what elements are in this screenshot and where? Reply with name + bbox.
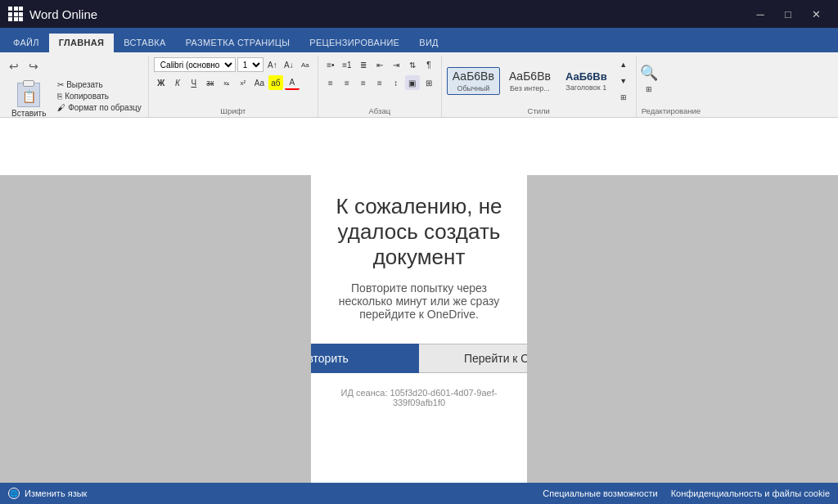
line-spacing-button[interactable]: ↕ (389, 75, 403, 90)
styles-scroll: ▲ ▼ ⊞ (616, 57, 631, 105)
accessibility-link[interactable]: Специальные возможности (543, 488, 657, 498)
superscript-button[interactable]: x² (236, 75, 250, 90)
underline-button[interactable]: Ч (187, 75, 201, 90)
style-no-spacing-preview: АаБ6Вв (509, 70, 551, 83)
bullets-button[interactable]: ≡• (323, 57, 338, 72)
titlebar: Word Online ─ □ ✕ (0, 0, 838, 28)
paste-icon: 📋 (17, 83, 40, 107)
subscript-button[interactable]: x₂ (219, 75, 234, 90)
clipboard-clip (23, 80, 34, 87)
paragraph-label: Абзац (323, 105, 436, 117)
language-icon: 🌐 (8, 488, 20, 499)
error-subtitle: Повторите попытку через несколько минут … (336, 281, 502, 321)
styles-expand-button[interactable]: ⊞ (616, 90, 631, 105)
tab-insert[interactable]: ВСТАВКА (114, 34, 175, 52)
app-title: Word Online (29, 7, 97, 21)
justify-button[interactable]: ≡ (372, 75, 387, 90)
font-name-row: Calibri (основно... 11 A↑ A↓ Aa (154, 57, 313, 72)
editing-label: Редактирование (642, 105, 701, 117)
text-effects-button[interactable]: Аа (252, 75, 267, 90)
font-shrink-button[interactable]: A↓ (282, 57, 296, 72)
style-no-spacing-label: Без интер... (510, 84, 550, 92)
clear-format-button[interactable]: Aa (298, 57, 313, 72)
main-area: К сожалению, не удалось создать документ… (0, 118, 838, 483)
style-no-spacing[interactable]: АаБ6Вв Без интер... (503, 67, 556, 95)
show-marks-button[interactable]: ¶ (421, 57, 436, 72)
paste-button[interactable]: 📋 Вставить (5, 78, 52, 122)
paragraph-align-row: ≡ ≡ ≡ ≡ ↕ ▣ ⊞ (323, 75, 436, 90)
paragraph-list-row: ≡• ≡1 ≣ ⇤ ⇥ ⇅ ¶ (323, 57, 436, 72)
maximize-button[interactable]: □ (774, 0, 802, 28)
font-label: Шрифт (154, 105, 313, 117)
doc-right-margin (527, 118, 838, 483)
app-grid-icon (8, 7, 23, 21)
cut-button[interactable]: ✂ Вырезать (54, 79, 144, 90)
group-editing: 🔍 ⊞ Редактирование (637, 56, 705, 117)
minimize-button[interactable]: ─ (746, 0, 774, 28)
status-right: Специальные возможности Конфиденциальнос… (543, 488, 830, 498)
error-title: К сожалению, не удалось создать документ (336, 194, 502, 270)
numbering-button[interactable]: ≡1 (340, 57, 354, 72)
align-center-button[interactable]: ≡ (340, 75, 354, 90)
styles-down-button[interactable]: ▼ (616, 74, 631, 88)
font-name-select[interactable]: Calibri (основно... (154, 57, 236, 72)
doc-left-margin (0, 118, 311, 483)
group-paragraph: ≡• ≡1 ≣ ⇤ ⇥ ⇅ ¶ ≡ ≡ ≡ ≡ ↕ ▣ ⊞ Абзац (318, 56, 442, 117)
windows-grid-icon[interactable]: Word Online (8, 7, 97, 21)
tab-layout[interactable]: РАЗМЕТКА СТРАНИЦЫ (176, 34, 300, 52)
strikethrough-button[interactable]: зк (203, 75, 218, 90)
redo-button[interactable]: ↪ (25, 57, 43, 75)
window-controls: ─ □ ✕ (746, 0, 830, 28)
font-size-select[interactable]: 11 (237, 57, 264, 72)
tab-review[interactable]: РЕЦЕНЗИРОВАНИЕ (300, 34, 409, 52)
paste-label: Вставить (11, 109, 46, 118)
language-label[interactable]: Изменить язык (25, 488, 87, 498)
styles-up-button[interactable]: ▲ (616, 57, 631, 72)
find-button[interactable]: 🔍 (642, 65, 656, 80)
style-normal-preview: АаБ6Вв (453, 70, 494, 83)
error-dialog-container: К сожалению, не удалось создать документ… (311, 118, 527, 483)
styles-label: Стили (447, 105, 631, 117)
sort-button[interactable]: ⇅ (405, 57, 420, 72)
style-heading1-preview: АаБ6Вв (565, 70, 607, 83)
group-styles: АаБ6Вв Обычный АаБ6Вв Без интер... АаБ6В… (442, 56, 637, 117)
tab-file[interactable]: ФАЙЛ (3, 34, 49, 52)
statusbar: 🌐 Изменить язык Специальные возможности … (0, 483, 838, 504)
decrease-indent-button[interactable]: ⇤ (372, 57, 387, 72)
style-heading1-label: Заголовок 1 (565, 83, 606, 92)
align-right-button[interactable]: ≡ (356, 75, 371, 90)
doc-page-top-left (0, 118, 311, 175)
font-color-button[interactable]: А (285, 75, 300, 90)
bold-button[interactable]: Ж (154, 75, 169, 90)
tab-home[interactable]: ГЛАВНАЯ (49, 34, 114, 52)
undo-button[interactable]: ↩ (5, 57, 23, 75)
editing-expand-button[interactable]: ⊞ (642, 82, 656, 97)
increase-indent-button[interactable]: ⇥ (389, 57, 403, 72)
session-id: ИД сеанса: 105f3d20-d601-4d07-9aef-339f0… (336, 388, 502, 407)
highlight-button[interactable]: аб (268, 75, 283, 90)
format-painter-button[interactable]: 🖌 Формат по образцу (54, 102, 144, 113)
multilevel-list-button[interactable]: ≣ (356, 57, 371, 72)
group-font: Calibri (основно... 11 A↑ A↓ Aa Ж К Ч зк… (149, 56, 318, 117)
doc-page-top-right (527, 118, 838, 175)
font-format-row: Ж К Ч зк x₂ x² Аа аб А (154, 75, 300, 90)
borders-button[interactable]: ⊞ (421, 75, 436, 90)
shading-button[interactable]: ▣ (405, 75, 420, 90)
status-left: 🌐 Изменить язык (8, 488, 87, 499)
ribbon-tabs: ФАЙЛ ГЛАВНАЯ ВСТАВКА РАЗМЕТКА СТРАНИЦЫ Р… (0, 28, 838, 52)
copy-button[interactable]: ⎘ Копировать (54, 91, 144, 101)
font-grow-button[interactable]: A↑ (265, 57, 280, 72)
style-heading1[interactable]: АаБ6Вв Заголовок 1 (560, 68, 613, 95)
tab-view[interactable]: ВИД (409, 34, 448, 52)
align-left-button[interactable]: ≡ (323, 75, 338, 90)
ribbon-toolbar: ↩ ↪ 📋 Вставить ✂ Вырезать ⎘ Копировать 🖌… (0, 52, 838, 118)
group-clipboard: ↩ ↪ 📋 Вставить ✂ Вырезать ⎘ Копировать 🖌… (2, 56, 149, 117)
italic-button[interactable]: К (170, 75, 185, 90)
close-button[interactable]: ✕ (802, 0, 830, 28)
style-normal[interactable]: АаБ6Вв Обычный (447, 67, 500, 95)
style-normal-label: Обычный (457, 84, 489, 92)
privacy-link[interactable]: Конфиденциальность и файлы cookie (671, 488, 830, 498)
undo-row: ↩ ↪ (5, 57, 43, 75)
